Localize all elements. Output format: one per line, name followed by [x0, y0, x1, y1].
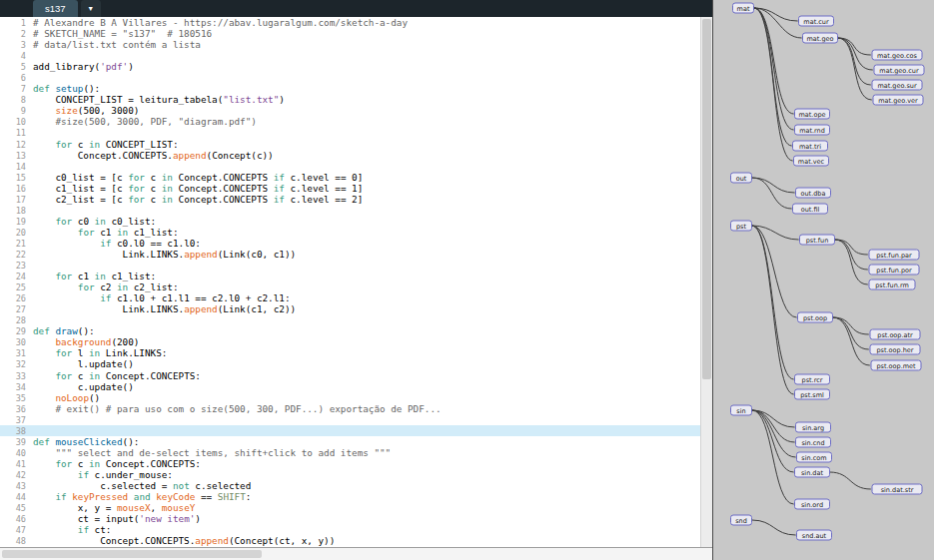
- code-line-44[interactable]: 44 if keyPressed and keyCode == SHIFT:: [0, 491, 712, 502]
- code-text: c.selected = not c.selected: [33, 480, 251, 491]
- code-line-30[interactable]: 30 background(200): [0, 336, 712, 347]
- concept-node-mat.geo[interactable]: mat.geo: [802, 33, 838, 44]
- vertical-scrollbar[interactable]: [700, 17, 712, 547]
- code-line-22[interactable]: 22 Link.LINKS.append(Link(c0, c1)): [0, 249, 712, 260]
- concept-node-mat.vec[interactable]: mat.vec: [793, 156, 829, 167]
- concept-node-sin.com[interactable]: sin.com: [796, 452, 832, 463]
- code-line-47[interactable]: 47 if ct:: [0, 524, 712, 535]
- concept-node-sin.ord[interactable]: sin.ord: [794, 499, 830, 510]
- concept-node-sin.cnd[interactable]: sin.cnd: [795, 437, 831, 448]
- tab-menu-button[interactable]: ▼: [81, 0, 101, 17]
- code-line-34[interactable]: 34 c.update(): [0, 381, 712, 392]
- concept-node-pst.fun.rm[interactable]: pst.fun.rm: [869, 280, 916, 290]
- code-line-35[interactable]: 35 noLoop(): [0, 392, 712, 403]
- concept-node-mat.cur[interactable]: mat.cur: [798, 16, 834, 27]
- line-number: 48: [0, 536, 33, 547]
- horizontal-scrollbar-thumb[interactable]: [2, 550, 262, 558]
- code-line-16[interactable]: 16 c1_list = [c for c in Concept.CONCEPT…: [0, 183, 712, 194]
- concept-node-pst[interactable]: pst: [730, 221, 752, 232]
- code-line-48[interactable]: 48 Concept.CONCEPTS.append(Concept(ct, x…: [0, 535, 712, 546]
- concept-node-snd.aut[interactable]: snd.aut: [796, 530, 832, 541]
- concept-node-pst.oop.met[interactable]: pst.oop.met: [871, 360, 922, 371]
- code-line-15[interactable]: 15 c0_list = [c for c in Concept.CONCEPT…: [0, 172, 712, 183]
- code-line-24[interactable]: 24 for c1 in c1_list:: [0, 271, 712, 281]
- concept-node-out.fil[interactable]: out.fil: [792, 204, 828, 215]
- code-line-26[interactable]: 26 if c1.l0 + c1.l1 == c2.l0 + c2.l1:: [0, 292, 712, 303]
- tab-s137[interactable]: s137: [33, 0, 78, 17]
- code-line-37[interactable]: 37: [0, 414, 712, 425]
- code-line-13[interactable]: 13 Concept.CONCEPTS.append(Concept(c)): [0, 150, 712, 161]
- code-line-28[interactable]: 28: [0, 314, 712, 325]
- code-line-41[interactable]: 41 for c in Concept.CONCEPTS:: [0, 458, 712, 469]
- code-line-2[interactable]: 2# SKETCH_NAME = "s137" # 180516: [0, 28, 712, 39]
- code-line-18[interactable]: 18: [0, 205, 712, 216]
- code-line-29[interactable]: 29def draw():: [0, 325, 712, 336]
- code-line-42[interactable]: 42 if c.under_mouse:: [0, 469, 712, 480]
- code-editor[interactable]: 1# Alexandre B A Villares - https://abav…: [0, 17, 712, 547]
- concept-node-mat.geo.cur[interactable]: mat.geo.cur: [874, 65, 925, 76]
- code-text: """ select and de-select items, shift+cl…: [33, 447, 391, 458]
- code-line-6[interactable]: 6: [0, 72, 712, 83]
- code-text: Concept.CONCEPTS.append(Concept(ct, x, y…: [33, 535, 335, 546]
- code-line-45[interactable]: 45 x, y = mouseX, mouseY: [0, 502, 712, 513]
- concept-node-sin.dat.str[interactable]: sin.dat.str: [872, 484, 923, 495]
- code-line-32[interactable]: 32 l.update(): [0, 358, 712, 369]
- code-line-7[interactable]: 7def setup():: [0, 83, 712, 94]
- code-line-8[interactable]: 8 CONCEPT_LIST = leitura_tabela("list.tx…: [0, 94, 712, 105]
- code-text: for c2 in c2_list:: [33, 281, 179, 292]
- code-line-4[interactable]: 4: [0, 50, 712, 61]
- concept-node-snd[interactable]: snd: [730, 515, 752, 526]
- concept-node-mat.rnd[interactable]: mat.rnd: [794, 125, 830, 136]
- code-line-9[interactable]: 9 size(500, 3000): [0, 105, 712, 116]
- concept-node-pst.fun.par[interactable]: pst.fun.par: [869, 250, 920, 261]
- concept-node-pst.oop[interactable]: pst.oop: [797, 312, 833, 323]
- vertical-scrollbar-thumb[interactable]: [702, 19, 711, 379]
- concept-node-pst.oop.her[interactable]: pst.oop.her: [870, 344, 921, 355]
- concept-node-mat.ope[interactable]: mat.ope: [794, 109, 830, 120]
- code-line-12[interactable]: 12 for c in CONCEPT_LIST:: [0, 139, 712, 150]
- concept-node-out[interactable]: out: [730, 173, 752, 184]
- code-line-38[interactable]: 38: [0, 425, 712, 436]
- concept-node-pst.fun[interactable]: pst.fun: [799, 235, 835, 246]
- concept-node-sin.arg[interactable]: sin.arg: [795, 422, 831, 433]
- code-line-31[interactable]: 31 for l in Link.LINKS:: [0, 347, 712, 358]
- concept-node-mat[interactable]: mat: [732, 3, 754, 14]
- concept-node-sin.dat[interactable]: sin.dat: [794, 467, 830, 478]
- code-text: for c in Concept.CONCEPTS:: [33, 458, 201, 469]
- code-line-33[interactable]: 33 for c in Concept.CONCEPTS:: [0, 370, 712, 381]
- code-line-17[interactable]: 17 c2_list = [c for c in Concept.CONCEPT…: [0, 194, 712, 205]
- code-line-3[interactable]: 3# data/list.txt contém a lista: [0, 39, 712, 50]
- code-line-20[interactable]: 20 for c1 in c1_list:: [0, 227, 712, 238]
- code-line-21[interactable]: 21 if c0.l0 == c1.l0:: [0, 238, 712, 249]
- code-line-25[interactable]: 25 for c2 in c2_list:: [0, 281, 712, 292]
- horizontal-scrollbar[interactable]: [0, 547, 712, 560]
- code-line-39[interactable]: 39def mouseClicked():: [0, 436, 712, 447]
- concept-node-pst.rcr[interactable]: pst.rcr: [794, 374, 830, 385]
- code-text: # data/list.txt contém a lista: [33, 39, 201, 50]
- code-line-5[interactable]: 5add_library('pdf'): [0, 61, 712, 72]
- code-line-40[interactable]: 40 """ select and de-select items, shift…: [0, 447, 712, 458]
- code-line-36[interactable]: 36 # exit() # para uso com o size(500, 3…: [0, 403, 712, 414]
- concept-node-sin[interactable]: sin: [730, 405, 752, 416]
- code-line-10[interactable]: 10 #size(500, 3000, PDF, "diagram.pdf"): [0, 116, 712, 127]
- code-line-46[interactable]: 46 ct = input('new item'): [0, 513, 712, 524]
- line-number: 12: [0, 140, 33, 151]
- code-line-11[interactable]: 11: [0, 127, 712, 138]
- code-line-23[interactable]: 23: [0, 260, 712, 271]
- code-line-14[interactable]: 14: [0, 161, 712, 172]
- concept-node-pst.oop.atr[interactable]: pst.oop.atr: [870, 329, 921, 340]
- sketch-window: matmat.curmat.geomat.geo.cosmat.geo.curm…: [712, 0, 934, 560]
- line-number: 32: [0, 359, 33, 370]
- code-line-1[interactable]: 1# Alexandre B A Villares - https://abav…: [0, 17, 712, 28]
- concept-node-mat.tri[interactable]: mat.tri: [792, 141, 828, 152]
- concept-node-mat.geo.ver[interactable]: mat.geo.ver: [873, 95, 924, 106]
- concept-node-pst.sml[interactable]: pst.sml: [794, 389, 830, 400]
- code-line-43[interactable]: 43 c.selected = not c.selected: [0, 480, 712, 491]
- concept-node-mat.geo.sur[interactable]: mat.geo.sur: [872, 80, 923, 91]
- code-line-19[interactable]: 19 for c0 in c0_list:: [0, 216, 712, 227]
- concept-node-mat.geo.cos[interactable]: mat.geo.cos: [872, 50, 923, 61]
- code-text: c2_list = [c for c in Concept.CONCEPTS i…: [33, 194, 363, 205]
- code-line-27[interactable]: 27 Link.LINKS.append(Link(c1, c2)): [0, 303, 712, 314]
- concept-node-out.dba[interactable]: out.dba: [795, 188, 831, 199]
- concept-node-pst.fun.por[interactable]: pst.fun.por: [869, 265, 920, 276]
